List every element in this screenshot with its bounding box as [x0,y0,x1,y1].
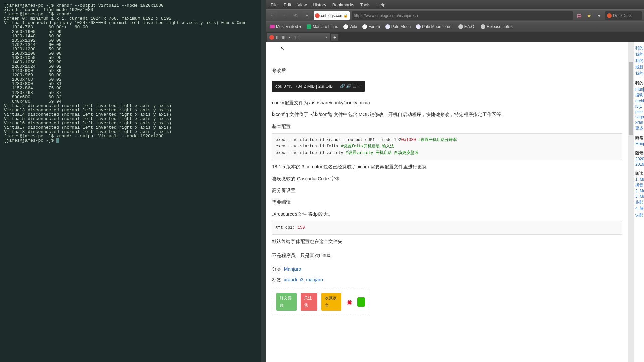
sidebar-link[interactable]: 更多 [634,125,644,131]
bookmark-star-icon[interactable]: ★ [585,12,593,20]
conky-path: conky配置文件为 /usr/share/conky/conky_maia [272,99,622,107]
search-placeholder: DuckDuck [613,13,632,18]
sidebar-link[interactable]: 随笔 [634,150,644,156]
basic-config-header: 基本配置 [272,122,622,131]
xresources-note: .Xresources文件 将dpi改大。 [272,210,622,218]
new-tab-button[interactable]: + [331,34,338,41]
tag-link[interactable]: xrandr [284,277,297,282]
search-box[interactable]: DuckDuck [605,11,642,20]
bookmark-pale-moon[interactable]: Pale Moon [383,23,413,30]
site-identity[interactable]: cnblogs.com 🔒 [314,11,350,20]
sidebar-link[interactable]: 2019 [634,162,644,167]
menu-bookmarks[interactable]: Bookmarks [330,1,357,9]
follow-button[interactable]: 关注我 [301,293,317,311]
sidebar-link[interactable]: i3(1 [634,104,644,109]
menu-history[interactable]: History [310,1,329,9]
sidebar-link[interactable]: pico [634,109,644,114]
bookmark-release-notes[interactable]: Release notes [479,23,515,30]
sidebar-link[interactable]: sogo [634,114,644,120]
forward-button[interactable]: → [279,11,289,20]
sidebar-link[interactable]: 拼音 [634,182,644,188]
sidebar-link[interactable]: Manj [634,141,644,146]
bookmark-forum[interactable]: Forum [360,23,382,30]
author-note: 不是程序员，只是喜欢Linux。 [272,251,622,260]
code-block-exec: exec --no-startup-id xrandr --output eDP… [272,133,622,160]
need-edit: 需要编辑 [272,198,622,206]
tag-link[interactable]: i3 [300,277,303,282]
sidebar-link[interactable]: 4. 解 [634,205,644,212]
tag-link[interactable]: manjaro [306,277,323,282]
picom-note: 18.1.5 版本的i3 compton包名已经换成了picom 需要再配置文件… [272,163,622,171]
status-icons: 🔗 🔊 ▢ ⛨ [340,83,361,90]
duckduckgo-icon [607,13,612,18]
dropdown-icon[interactable]: ▾ [595,12,603,20]
bookmarks-toolbar: Most Visited ▾Manjaro LinuxWikiForumPale… [266,21,644,32]
menu-file[interactable]: File [268,1,280,9]
reload-button[interactable]: ⟲ [291,11,300,20]
scrollbar[interactable] [628,42,634,362]
url-text: https://www.cnblogs.com/manjarocn [354,13,418,18]
mouse-cursor-icon: ↖ [280,44,285,53]
bookmark-manjaro-linux[interactable]: Manjaro Linux [305,23,340,30]
scroll-thumb[interactable] [629,62,633,135]
article-content: ↖ 修改后 cpu 07% 734.2 MiB | 2.9 GiB 🔗 🔊 ▢ … [266,42,628,362]
weibo-icon[interactable]: ◉ [345,297,353,307]
sidebar-link[interactable]: 2. Ma [634,188,644,194]
hidpi-header: 高分屏设置 [272,186,622,195]
sidebar-link[interactable]: 步配 [634,199,644,205]
text-after-mod: 修改后 [272,66,622,75]
wechat-icon[interactable] [357,297,365,307]
category-line: 分类: Manjaro [272,265,622,274]
upvote-button[interactable]: 好文要顶 [276,293,297,311]
browser-tab[interactable]: ▯▯▯▯▯ - ▯▯▯ × [267,33,330,42]
menu-tools[interactable]: Tools [358,1,373,9]
sidebar-link[interactable]: 搜狗 [634,92,644,98]
bookmark-f-a-q-[interactable]: F.A.Q. [456,23,477,30]
code-block-dpi: Xft.dpi: 150 [272,221,622,235]
sidebar-link[interactable]: 1. Ma [634,177,644,182]
page-content-area: ↖ 修改后 cpu 07% 734.2 MiB | 2.9 GiB 🔗 🔊 ▢ … [266,42,644,362]
sidebar-link[interactable]: 我的 [634,45,644,51]
url-bar[interactable]: https://www.cnblogs.com/manjarocn [352,11,573,20]
menu-help[interactable]: Help [374,1,388,9]
bookmark-pale-moon-forum[interactable]: Pale Moon forum [414,23,454,30]
sidebar-link[interactable]: archl [634,98,644,104]
home-button[interactable]: ⌂ [302,11,312,20]
sidebar-link[interactable]: 随笔 [634,135,644,141]
menu-bar: FileEditViewHistoryBookmarksToolsHelp [266,0,644,9]
cascadia-note: 喜欢微软的 Cascadia Code 字体 [272,175,622,183]
sidebar-link[interactable]: 我的 [634,70,644,77]
sidebar-link[interactable]: manj [634,86,644,92]
category-link[interactable]: Manjaro [284,266,301,272]
favorite-button[interactable]: 收藏该文 [321,293,341,311]
bookmark-most-visited[interactable]: Most Visited ▾ [268,23,303,30]
rss-icon[interactable]: ▤ [575,12,583,20]
terminal-font-note: 默认终端字体配置也在这个文件夹 [272,237,622,246]
tab-bar: ▯▯▯▯▯ - ▯▯▯ × + [266,32,644,42]
sidebar-link[interactable]: 我的 [634,80,644,86]
tab-favicon [269,35,274,40]
sidebar-link[interactable]: xran [634,120,644,125]
sidebar-link[interactable]: 最新 [634,64,644,70]
sidebar-link[interactable]: 我的 [634,51,644,58]
terminal-window[interactable]: [james@james-pc ~]$ xrandr --output Virt… [0,0,261,362]
menu-edit[interactable]: Edit [281,1,294,9]
sidebar-link[interactable]: 3. Ma [634,194,644,199]
sidebar-link[interactable]: 我的 [634,58,644,64]
nav-toolbar: ← → ⟲ ⌂ cnblogs.com 🔒 https://www.cnblog… [266,9,644,21]
close-tab-icon[interactable]: × [325,35,328,40]
menu-view[interactable]: View [294,1,309,9]
back-button[interactable]: ← [268,11,277,20]
action-box: 好文要顶 关注我 收藏该文 ◉ [272,289,369,315]
lock-icon: 🔒 [343,13,348,18]
status-bar-image: cpu 07% 734.2 MiB | 2.9 GiB 🔗 🔊 ▢ ⛨ [272,81,365,92]
blog-sidebar: 我的我的我的最新我的我的manj搜狗archli3(1picosogoxran更… [634,42,644,362]
cpu-text: cpu 07% [275,82,292,90]
sidebar-link[interactable]: 2020 [634,156,644,162]
tags-line: 标签: xrandr, i3, manjaro [272,276,622,284]
bookmark-wiki[interactable]: Wiki [341,23,359,30]
site-domain: cnblogs.com [321,13,343,18]
i3config-desc: i3config 文件位于 ~/.i3/config 文件中包含 MOD键修改，… [272,110,622,119]
sidebar-link[interactable]: 阅读 [634,170,644,177]
sidebar-link[interactable]: 认配 [634,212,644,218]
